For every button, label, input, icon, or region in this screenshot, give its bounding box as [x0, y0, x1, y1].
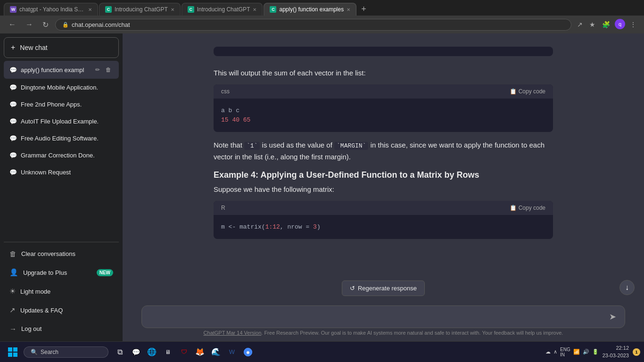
copy-button-css[interactable]: 📋 Copy code [510, 88, 545, 95]
chat-label-7: Unknown Request [21, 169, 113, 176]
tray-up-icon[interactable]: ∧ [553, 349, 557, 355]
copy-button-r[interactable]: 📋 Copy code [510, 205, 545, 211]
edge-icon[interactable]: 🌊 [208, 345, 223, 360]
scroll-down-button[interactable]: ↓ [619, 280, 635, 295]
forward-button[interactable]: → [23, 18, 36, 31]
new-chat-button[interactable]: + New chat [4, 37, 119, 58]
bookmark-button[interactable]: ★ [587, 19, 597, 30]
logout-action[interactable]: → Log out [4, 320, 119, 337]
upgrade-action[interactable]: 👤 Upgrade to Plus NEW [4, 263, 119, 281]
extensions-button[interactable]: 🧩 [600, 19, 612, 30]
code-lang-r: R [221, 205, 225, 211]
chat-icon-1: 💬 [9, 66, 17, 74]
copy-label-css: Copy code [519, 88, 545, 95]
code-block-css: css 📋 Copy code a b c 15 40 65 [214, 84, 553, 132]
url-text: chat.openai.com/chat [72, 21, 130, 28]
clear-conversations-action[interactable]: 🗑 Clear conversations [4, 245, 119, 263]
share-button[interactable]: ↗ [575, 19, 585, 30]
sidebar-divider-1 [4, 242, 119, 242]
chat-icon-4: 💬 [9, 118, 17, 125]
app: + New chat 💬 apply() function exampl ✏ 🗑… [0, 33, 644, 341]
chat-label-2: Dingtone Mobile Application. [21, 84, 113, 91]
date-display: 23-03-2023 [603, 352, 629, 359]
tab-1[interactable]: W chatgpt - Yahoo India Search Res... ✕ [4, 3, 98, 16]
plus-icon: + [11, 43, 15, 52]
code-r-red2: 3 [313, 223, 317, 230]
delete-button-1[interactable]: 🗑 [104, 66, 113, 74]
chat-item-7[interactable]: 💬 Unknown Request [4, 164, 119, 181]
dell-icon[interactable]: 🖥 [160, 345, 175, 360]
chat-content: This will output the sum of each vector … [123, 33, 644, 280]
new-badge: NEW [97, 269, 113, 276]
tab-2-close[interactable]: ✕ [171, 7, 174, 12]
external-link-icon: ↗ [9, 306, 16, 314]
updates-action[interactable]: ↗ Updates & FAQ [4, 301, 119, 319]
word-icon[interactable]: W [224, 345, 239, 360]
tab-4[interactable]: C apply() function examples ✕ [264, 3, 356, 16]
chat-item-4[interactable]: 💬 AutoIT File Upload Example. [4, 113, 119, 130]
edit-button-1[interactable]: ✏ [93, 66, 102, 74]
clear-conversations-label: Clear conversations [21, 250, 75, 257]
light-mode-action[interactable]: ☀ Light mode [4, 282, 119, 300]
tab-4-label: apply() function examples [279, 6, 344, 13]
taskbar-right: ☁ ∧ ENG IN 📶 🔊 🔋 22:12 23-03-2023 1 [545, 345, 640, 359]
chat-app-icon[interactable]: 💬 [128, 345, 143, 360]
back-button[interactable]: ← [6, 18, 19, 31]
light-mode-label: Light mode [20, 288, 50, 295]
regenerate-button[interactable]: ↺ Regenerate response [342, 280, 425, 296]
logout-icon: → [9, 325, 17, 333]
svg-rect-3 [13, 353, 17, 357]
taskbar-search[interactable]: 🔍 Search [24, 346, 108, 358]
system-tray: ☁ ∧ ENG IN 📶 🔊 🔋 [545, 347, 599, 357]
tab-3[interactable]: C Introducing ChatGPT ✕ [182, 3, 263, 16]
menu-button[interactable]: ⋮ [628, 19, 638, 30]
main-wrapper: This will output the sum of each vector … [123, 33, 644, 341]
chat-icon-6: 💬 [9, 152, 17, 159]
task-view-icon[interactable]: ⧉ [112, 345, 127, 360]
profile-button[interactable]: q [615, 19, 625, 29]
note-inline-2: `MARGIN` [334, 142, 368, 150]
url-bar[interactable]: 🔒 chat.openai.com/chat [55, 19, 571, 31]
chat-item-3[interactable]: 💬 Free 2nd Phone Apps. [4, 96, 119, 113]
tab-1-favicon: W [10, 6, 17, 13]
tab-3-close[interactable]: ✕ [253, 7, 256, 12]
chat-item-6[interactable]: 💬 Grammar Correction Done. [4, 147, 119, 164]
antivirus-icon[interactable]: 🛡 [176, 345, 191, 360]
note-paragraph: Note that `1` is used as the value of `M… [214, 140, 553, 163]
browser-2-icon[interactable]: 🦊 [192, 345, 207, 360]
tab-4-close[interactable]: ✕ [347, 7, 350, 12]
send-button[interactable]: ➤ [607, 310, 618, 324]
tab-bar: W chatgpt - Yahoo India Search Res... ✕ … [0, 0, 644, 16]
code-body-r: m <- matrix(1:12, nrow = 3) [214, 215, 553, 239]
chat-input[interactable] [149, 311, 603, 322]
sun-icon: ☀ [9, 287, 16, 296]
search-icon: 🔍 [31, 349, 38, 355]
message-block-0 [214, 43, 553, 60]
chrome-icon[interactable]: ● [240, 345, 256, 360]
chat-item-1[interactable]: 💬 apply() function exampl ✏ 🗑 [4, 61, 119, 79]
note-text-1: Note that [214, 141, 244, 149]
code-r-line1: m <- matrix(1:12, nrow = 3) [221, 222, 545, 232]
code-block-r: R 📋 Copy code m <- matrix(1:12, nrow = 3… [214, 201, 553, 239]
notification-badge[interactable]: 1 [633, 348, 640, 356]
footer-link[interactable]: ChatGPT Mar 14 Version [204, 330, 262, 336]
new-tab-button[interactable]: + [357, 4, 370, 14]
browser-icon[interactable]: 🌐 [144, 345, 159, 360]
code-line-1: a b c [221, 106, 545, 115]
volume-icon: 🔊 [583, 349, 589, 355]
tab-2[interactable]: C Introducing ChatGPT ✕ [99, 3, 181, 16]
svg-rect-0 [8, 347, 12, 352]
chat-item-5[interactable]: 💬 Free Audio Editing Software. [4, 130, 119, 147]
code-lang-css: css [221, 88, 230, 95]
chat-item-2[interactable]: 💬 Dingtone Mobile Application. [4, 79, 119, 96]
refresh-button[interactable]: ↻ [40, 18, 51, 31]
taskbar-clock[interactable]: 22:12 23-03-2023 [603, 345, 629, 359]
code-r-end1: ) [317, 223, 321, 230]
chat-label-1: apply() function exampl [21, 66, 90, 74]
tab-1-close[interactable]: ✕ [88, 7, 92, 12]
lang-label: ENG IN [560, 347, 570, 357]
example-text: Suppose we have the following matrix: [214, 184, 553, 195]
start-button[interactable] [4, 345, 22, 360]
output-paragraph: This will output the sum of each vector … [214, 67, 553, 79]
sidebar: + New chat 💬 apply() function exampl ✏ 🗑… [0, 33, 123, 341]
